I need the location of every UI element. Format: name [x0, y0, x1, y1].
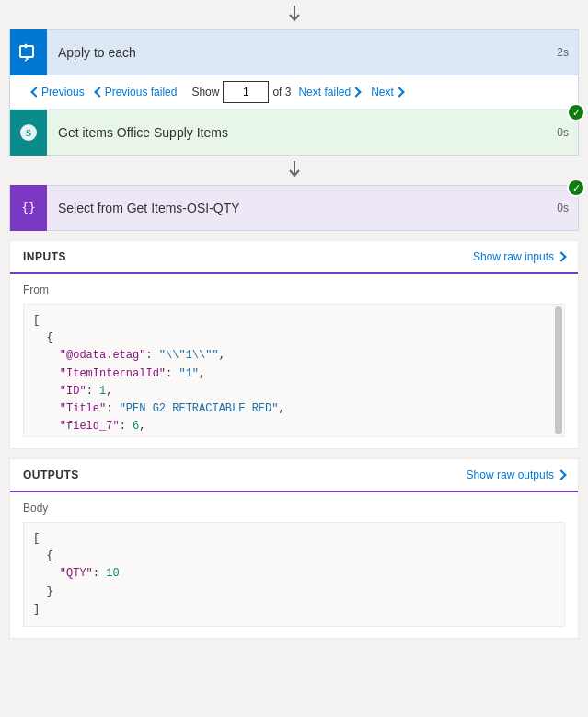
svg-text:S: S — [26, 127, 31, 138]
prev-failed-button[interactable]: Previous failed — [92, 84, 181, 100]
inputs-scrollbar[interactable] — [555, 306, 562, 434]
get-items-step[interactable]: S Get items Office Supply Items 0s ✓ — [9, 110, 579, 156]
get-items-check: ✓ — [567, 103, 585, 121]
show-raw-outputs-chevron-icon — [556, 469, 566, 480]
outputs-title: OUTPUTS — [23, 468, 79, 481]
svg-text:{}: {} — [21, 201, 36, 214]
next-label: Next — [371, 86, 394, 98]
select-step-time: 0s — [557, 202, 578, 214]
next-button[interactable]: Next — [367, 84, 407, 100]
loop-icon — [18, 42, 39, 63]
get-items-time: 0s — [557, 126, 578, 139]
body-label: Body — [10, 492, 578, 518]
inputs-section-header: INPUTS Show raw inputs — [10, 241, 578, 274]
show-raw-inputs-chevron-icon — [556, 251, 566, 261]
select-step-label: Select from Get Items-OSI-QTY — [47, 201, 557, 215]
apply-each-block[interactable]: Apply to each 2s — [9, 29, 579, 75]
get-items-label: Get items Office Supply Items — [47, 125, 557, 140]
show-raw-outputs-button[interactable]: Show raw outputs — [467, 468, 565, 481]
of-label: of 3 — [272, 86, 291, 98]
sharepoint-icon: S — [18, 122, 39, 143]
apply-each-time: 2s — [557, 46, 578, 59]
prev-label: Previous — [41, 86, 85, 98]
select-step-check: ✓ — [567, 179, 585, 197]
inputs-card: INPUTS Show raw inputs From [ { "@odata.… — [9, 240, 579, 449]
show-label: Show — [191, 86, 219, 98]
next-failed-label: Next failed — [298, 86, 351, 98]
get-items-icon-bg: S — [10, 110, 47, 156]
inputs-code-box: [ { "@odata.etag": "\\"1\\"", "ItemInter… — [23, 304, 565, 437]
page-input[interactable] — [223, 81, 269, 103]
outputs-code-box: [ { "QTY": 10 } ] — [23, 522, 565, 627]
svg-rect-1 — [20, 46, 33, 57]
show-raw-inputs-button[interactable]: Show raw inputs — [473, 250, 565, 263]
show-raw-outputs-label: Show raw outputs — [467, 468, 554, 481]
prev-failed-label: Previous failed — [105, 86, 178, 98]
next-failed-chevron-icon — [351, 87, 361, 97]
outputs-card: OUTPUTS Show raw outputs Body [ { "QTY":… — [9, 458, 579, 639]
prev-failed-chevron-icon — [94, 87, 104, 97]
next-failed-button[interactable]: Next failed — [294, 84, 363, 100]
from-label: From — [10, 274, 578, 300]
inputs-title: INPUTS — [23, 250, 66, 263]
prev-chevron-icon — [30, 87, 40, 97]
pagination-bar: Previous Previous failed Show of 3 Next … — [9, 75, 579, 110]
apply-each-label: Apply to each — [47, 45, 557, 60]
select-icon-bg: {} — [10, 185, 47, 231]
select-step[interactable]: {} Select from Get Items-OSI-QTY 0s ✓ — [9, 185, 579, 231]
prev-button[interactable]: Previous — [29, 84, 88, 100]
next-chevron-icon — [394, 87, 404, 97]
top-arrow — [0, 0, 588, 29]
select-icon: {} — [18, 198, 39, 218]
show-raw-inputs-label: Show raw inputs — [473, 250, 554, 263]
code-bracket-open: [ — [33, 314, 40, 327]
apply-each-icon-bg — [10, 29, 47, 75]
outputs-section-header: OUTPUTS Show raw outputs — [10, 459, 578, 492]
mid-arrow — [0, 156, 588, 185]
